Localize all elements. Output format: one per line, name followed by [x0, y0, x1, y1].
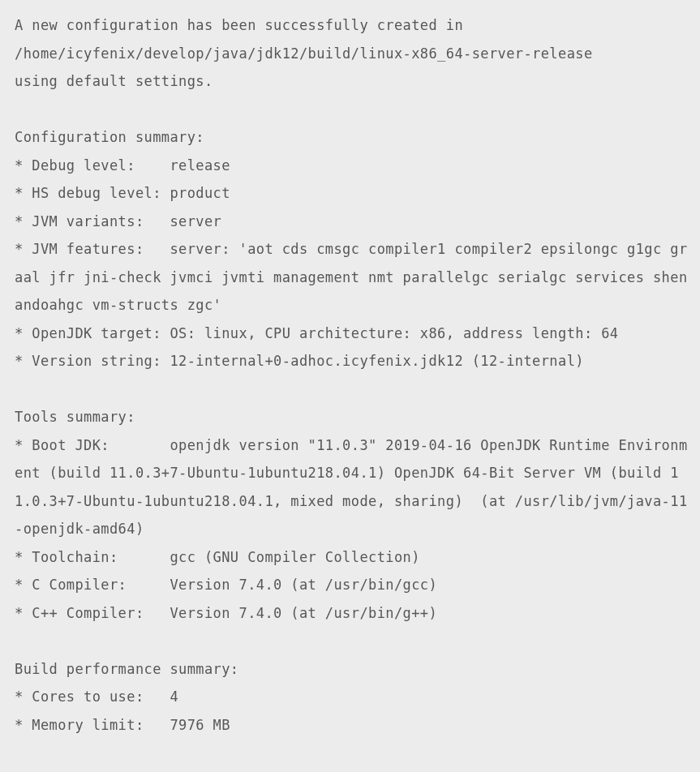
terminal-output: A new configuration has been successfull…	[15, 17, 688, 733]
